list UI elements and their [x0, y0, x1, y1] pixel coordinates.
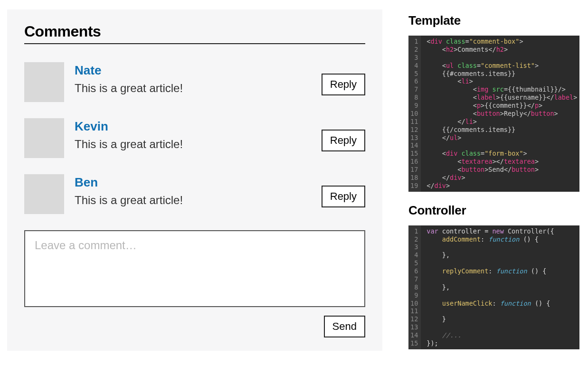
template-heading: Template: [408, 13, 579, 28]
comment-textarea[interactable]: [24, 230, 365, 307]
reply-button[interactable]: Reply: [322, 186, 365, 207]
side-panel: Template 1 2 3 4 5 6 7 8 9 10 11 12 13 1…: [408, 9, 579, 361]
code-gutter: 1 2 3 4 5 6 7 8 9 10 11 12 13 14 15: [408, 225, 421, 349]
username-link[interactable]: Ben: [75, 175, 322, 190]
avatar: [24, 62, 64, 102]
comment-item: Nate This is a great article! Reply: [24, 62, 365, 102]
comment-body: Nate This is a great article!: [75, 62, 322, 95]
reply-button[interactable]: Reply: [322, 74, 365, 95]
comment-body: Ben This is a great article!: [75, 174, 322, 207]
comment-item: Kevin This is a great article! Reply: [24, 118, 365, 158]
controller-heading: Controller: [408, 203, 579, 218]
comment-item: Ben This is a great article! Reply: [24, 174, 365, 214]
controller-code-block: 1 2 3 4 5 6 7 8 9 10 11 12 13 14 15 var …: [408, 225, 579, 349]
comment-box: Comments Nate This is a great article! R…: [7, 9, 382, 351]
form-box: Send: [24, 230, 365, 337]
comment-text: This is a great article!: [75, 82, 322, 95]
comment-list: Nate This is a great article! Reply Kevi…: [24, 62, 365, 214]
send-button[interactable]: Send: [324, 316, 365, 337]
comments-heading: Comments: [24, 23, 365, 40]
template-code-block: 1 2 3 4 5 6 7 8 9 10 11 12 13 14 15 16 1…: [408, 36, 579, 192]
code-gutter: 1 2 3 4 5 6 7 8 9 10 11 12 13 14 15 16 1…: [408, 36, 421, 192]
code-content: var controller = new Controller({ addCom…: [421, 225, 559, 349]
comment-text: This is a great article!: [75, 194, 322, 207]
reply-button[interactable]: Reply: [322, 130, 365, 151]
comment-text: This is a great article!: [75, 138, 322, 151]
username-link[interactable]: Kevin: [75, 119, 322, 134]
avatar: [24, 118, 64, 158]
comment-body: Kevin This is a great article!: [75, 118, 322, 151]
code-content: <div class="comment-box"> <h2>Comments</…: [421, 36, 579, 192]
heading-rule: [24, 43, 365, 44]
avatar: [24, 174, 64, 214]
username-link[interactable]: Nate: [75, 63, 322, 78]
